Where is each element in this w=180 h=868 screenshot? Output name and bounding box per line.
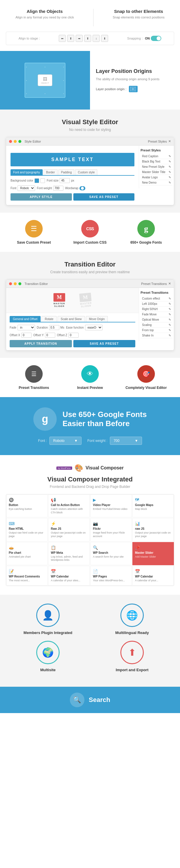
te-tab-general[interactable]: General and Offset — [10, 316, 41, 322]
te-tab-scale[interactable]: Scale and Skew — [58, 316, 85, 322]
bg-color-swatch[interactable] — [34, 178, 39, 183]
fade-group: Fade in — [10, 325, 35, 330]
align-bottom-btn[interactable]: ⬇ — [101, 35, 108, 42]
align-left-btn[interactable]: ⬅ — [59, 35, 66, 42]
titlebar-minimize[interactable] — [14, 140, 17, 143]
align-top-btn[interactable]: ⬆ — [84, 35, 91, 42]
align-right-btn[interactable]: ➡ — [76, 35, 83, 42]
origin-dot-5 — [132, 88, 134, 90]
vc-video-title: Video Player — [93, 503, 129, 507]
ms-label: Ms — [61, 326, 64, 329]
te-preset-7[interactable]: Shake In ✎ — [141, 333, 172, 338]
align-icon-group[interactable]: ⬅ ⬆ ➡ ⬆ ↕ ⬇ — [59, 35, 108, 42]
preset-item-3[interactable]: Master Slider Title ✎ — [141, 169, 172, 175]
vc-wprecent-title: WP Recent Comments — [9, 575, 45, 578]
multilingual-item: 🌐 Multilingual Ready — [94, 603, 170, 635]
preset-item-4[interactable]: Avatar Logo ✎ — [141, 175, 172, 180]
te-minimize-btn[interactable] — [14, 282, 17, 285]
layer-info-area: Layer Position Origins The ability of ch… — [90, 51, 180, 110]
te-maximize-btn[interactable] — [19, 282, 21, 285]
search-icon-big: 🔍 — [70, 692, 84, 707]
import-export-label: Import and Export — [94, 668, 170, 672]
vse-fields: Background color Font size px — [10, 178, 135, 183]
vc-wpmeta-desc: Log in/out, admin, feed and Wordpress li… — [51, 555, 87, 562]
font-select[interactable]: Roboto — [17, 185, 35, 191]
vc-logo-row: by WordPress 🎨 Visual Composer — [6, 464, 174, 472]
duration-input[interactable] — [49, 325, 59, 330]
save-preset-btn[interactable]: SAVE AS PRESET — [73, 193, 135, 200]
weight-dropdown[interactable]: 700 ▼ — [110, 437, 142, 445]
vc-wpsearch-desc: A search form for your site — [93, 555, 129, 559]
origin-selector[interactable] — [129, 86, 138, 92]
te-preset-5[interactable]: Scaling ✎ — [141, 322, 172, 328]
vc-logo-icon: 🎨 — [74, 464, 83, 472]
font-dropdown[interactable]: Roboto ▼ — [49, 437, 81, 445]
multisite-import-row: 🌍 Multisite ⬆ Import and Export — [6, 641, 174, 672]
vse-tab-custom[interactable]: Custom style — [75, 169, 97, 175]
te-preset-0[interactable]: Custom effect ✎ — [141, 296, 172, 301]
vse-features-section: ☰ Save Custom Preset CSS Import Custom C… — [0, 213, 180, 252]
save-transition-btn[interactable]: SAVE AS PRESET — [73, 340, 136, 347]
te-titlebar: Transition Editor Preset Transitions ✕ — [6, 280, 174, 288]
origin-dot-mc: · — [44, 77, 45, 84]
preset-item-0[interactable]: Red Caption ✎ — [141, 154, 172, 159]
apply-style-btn[interactable]: APPLY STYLE — [10, 193, 72, 200]
te-preset-3[interactable]: Fade Move ✎ — [141, 312, 172, 317]
vc-rawjs-desc: Output raw javascript code on your page — [51, 531, 87, 538]
align-title: Align the Objects — [15, 9, 74, 14]
align-center-h-btn[interactable]: ⬆ — [67, 35, 74, 42]
origin-dot-3 — [135, 87, 136, 88]
titlebar-close[interactable] — [9, 140, 12, 143]
vc-button-icon: 🔘 — [9, 498, 45, 502]
preset-item-5[interactable]: New Demo ✎ — [141, 180, 172, 185]
vc-wprecent-desc: The most recent... — [9, 579, 45, 583]
origin-dot-mr: · — [63, 77, 64, 84]
weight-input[interactable] — [53, 186, 63, 191]
vse-tab-font[interactable]: Font and typography — [10, 169, 43, 175]
offset-y-input[interactable] — [45, 333, 55, 338]
te-window-title: Transition Editor — [25, 282, 48, 285]
instant-preview-icon: 👁 — [81, 365, 99, 383]
te-preset-2[interactable]: Right 50%H ✎ — [141, 307, 172, 312]
snap-toggle[interactable]: ON — [145, 36, 161, 41]
te-preset-1[interactable]: Left 1000px ✎ — [141, 301, 172, 307]
te-tab-origin[interactable]: Move Origin — [86, 316, 108, 322]
align-middle-v-btn[interactable]: ↕ — [93, 35, 100, 42]
te-preset-6[interactable]: From top ✎ — [141, 328, 172, 333]
vc-cell-rawjs: ⚡ Raw JS Output raw javascript code on y… — [48, 518, 90, 541]
origin-dot-tr: · — [63, 64, 64, 70]
offset-x-input[interactable] — [21, 333, 32, 338]
te-preset-4[interactable]: Optical Move ✎ — [141, 317, 172, 322]
vc-cell-pie: 🥧 Pie chart Animated pie chart — [6, 542, 48, 565]
font-label: Font : — [38, 439, 47, 443]
te-controls: General and Offset Rotate Scale and Skew… — [6, 313, 139, 350]
titlebar-maximize[interactable] — [19, 140, 21, 143]
import-export-icon: ⬆ — [120, 641, 144, 664]
snap-toggle-switch[interactable] — [151, 36, 161, 41]
te-close-btn[interactable] — [9, 282, 12, 285]
ease-select[interactable]: easeOutQuint — [85, 325, 103, 330]
vc-flickr-icon: 📷 — [93, 521, 129, 526]
offset-z-input[interactable] — [68, 333, 79, 338]
fade-select[interactable]: in — [17, 325, 35, 330]
wordwrap-toggle[interactable] — [79, 186, 85, 190]
fonts-title-line1: Use 650+ Google Fonts — [63, 410, 147, 419]
transition-section: Transition Editor Create transitions eas… — [0, 252, 180, 358]
te-tab-rotate[interactable]: Rotate — [41, 316, 57, 322]
vse-tab-border[interactable]: Border — [43, 169, 58, 175]
preset-item-1[interactable]: Black Big Text ✎ — [141, 159, 172, 164]
vc-cta-icon: 📢 — [51, 498, 87, 502]
text-color-swatch[interactable] — [40, 178, 45, 183]
vc-cell-wppages: 📄 WP Pages Your sites WordPress-bro... — [90, 566, 132, 586]
vc-wpcalendar-desc: A calendar of your sites... — [51, 579, 87, 583]
ease-label: Ease function — [66, 326, 84, 329]
vc-by-badge: by WordPress — [57, 466, 72, 470]
align-desc: Align in any format you need by one clic… — [15, 15, 74, 20]
fontsize-input[interactable] — [60, 178, 70, 183]
transition-subtitle: Create transitions easily and preview th… — [6, 270, 174, 274]
vse-fields-2: Font Roboto Font weight Wordwrap — [10, 185, 135, 191]
vse-tab-padding[interactable]: Padding — [59, 169, 74, 175]
preset-item-2[interactable]: New Preset Style ✎ — [141, 164, 172, 169]
layer-subtitle: The ability of choosing origin among 9 p… — [96, 77, 174, 82]
apply-transition-btn[interactable]: APPLY TRANSITION — [10, 340, 72, 347]
